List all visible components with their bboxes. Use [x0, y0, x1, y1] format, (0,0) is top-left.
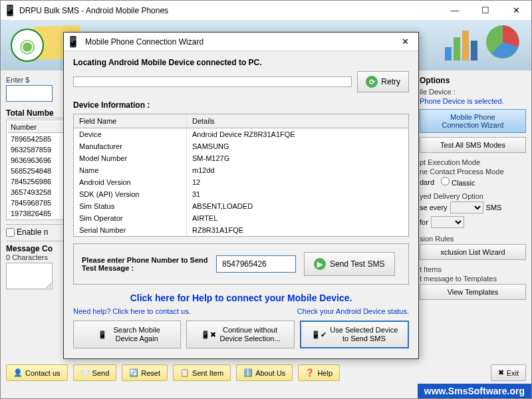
send-test-sms-button[interactable]: ▶ Send Test SMS: [304, 252, 395, 276]
radio-standard[interactable]: dard: [420, 178, 434, 186]
message-textarea[interactable]: [6, 263, 53, 289]
main-title: DRPU Bulk SMS - Android Mobile Phones: [19, 6, 440, 15]
svg-rect-1: [454, 37, 460, 61]
device-info-row: Model NumberSM-M127G: [74, 152, 408, 164]
dialog-body: Locating Android Mobile Device connected…: [64, 51, 418, 355]
phone-x-icon: 📱✖: [200, 327, 216, 342]
pie-chart-icon: [485, 24, 521, 61]
progress-bar: [73, 76, 352, 87]
help-link[interactable]: Click here for Help to connect your Mobi…: [73, 293, 409, 303]
close-button[interactable]: ✕: [501, 1, 531, 21]
device-info-row: DeviceAndroid Device RZ8R31A1FQE: [74, 128, 408, 140]
device-info-row: Sim StatusABSENT,LOADED: [74, 200, 408, 212]
exit-button[interactable]: ✖Exit: [491, 364, 526, 381]
retry-button[interactable]: ⟳ Retry: [357, 71, 409, 92]
col-field-name[interactable]: Field Name: [74, 114, 187, 128]
for-select[interactable]: [431, 216, 464, 228]
help-button[interactable]: ❓Help: [298, 364, 340, 381]
reset-button[interactable]: 🔄Reset: [122, 364, 168, 381]
device-info-row: Sim OperatorAIRTEL: [74, 212, 408, 224]
device-info-table: Field Name Details DeviceAndroid Device …: [73, 114, 409, 237]
svg-rect-0: [445, 47, 452, 61]
device-info-row: ManufacturerSAMSUNG: [74, 140, 408, 152]
use-selected-button[interactable]: 📱✔ Use Selected Device to Send SMS: [300, 321, 409, 348]
device-info-label: Device Information :: [73, 100, 409, 110]
ile-device-label: ile Device :: [420, 88, 526, 96]
connection-wizard-button[interactable]: Mobile Phone Connection Wizard: [420, 109, 526, 133]
reset-icon: 🔄: [129, 368, 138, 377]
refresh-icon: ⟳: [366, 76, 378, 88]
delayed-label: yed Delivery Option: [420, 192, 526, 200]
exit-icon: ✖: [498, 368, 504, 377]
svg-rect-2: [462, 31, 469, 61]
help-icon: ❓: [305, 368, 315, 377]
need-help-link[interactable]: Need help? Click here to contact us.: [73, 307, 191, 315]
templates-label: t message to Templates: [420, 275, 526, 283]
continue-without-button[interactable]: 📱✖ Continue without Device Selection...: [186, 321, 294, 348]
view-templates-button[interactable]: View Templates: [420, 284, 526, 300]
about-us-button[interactable]: ℹ️About Us: [236, 364, 293, 381]
dialog-titlebar: 📱 Mobile Phone Connection Wizard ✕: [64, 33, 418, 51]
bottom-toolbar: 👤Contact us 📨Send 🔄Reset 📋Sent Item ℹ️Ab…: [6, 364, 526, 381]
search-again-button[interactable]: 📱 Search Mobile Device Again: [73, 321, 181, 348]
right-panel: Options ile Device : Phone Device is sel…: [420, 76, 526, 368]
se-every-row: se every SMS: [420, 201, 526, 213]
test-label: Please enter Phone Number to Send Test M…: [82, 256, 208, 272]
dialog-close-button[interactable]: ✕: [392, 37, 418, 47]
info-icon: ℹ️: [243, 368, 253, 377]
dialog-icon: 📱: [68, 37, 78, 47]
test-all-sms-button[interactable]: Test All SMS Modes: [420, 137, 526, 153]
exec-mode-label: pt Execution Mode: [420, 158, 526, 166]
device-info-row: Android Version12: [74, 176, 408, 188]
url-bar: www.SmsSoftware.org: [418, 384, 531, 398]
main-titlebar: 📱 DRPU Bulk SMS - Android Mobile Phones …: [1, 1, 531, 21]
items-label: t Items: [420, 265, 526, 273]
maximize-button[interactable]: ☐: [470, 1, 501, 21]
radio-classic[interactable]: Classic: [441, 177, 475, 187]
device-info-row: Namem12dd: [74, 164, 408, 176]
phone-check-icon: 📱✔: [311, 327, 327, 342]
enter-input[interactable]: [6, 85, 53, 102]
phone-search-icon: 📱: [94, 327, 110, 342]
enable-checkbox[interactable]: [6, 228, 15, 237]
process-mode-label: ne Contact Process Mode: [420, 168, 526, 176]
col-details[interactable]: Details: [187, 114, 408, 128]
send-icon: 📨: [80, 368, 90, 377]
bar-chart-icon: [442, 24, 481, 64]
minimize-button[interactable]: —: [440, 1, 470, 21]
send-button[interactable]: 📨Send: [73, 364, 117, 381]
dialog-heading: Locating Android Mobile Device connected…: [73, 58, 409, 67]
options-title: Options: [420, 76, 526, 85]
svg-rect-3: [471, 41, 477, 61]
play-icon: ▶: [314, 258, 326, 270]
sent-item-button[interactable]: 📋Sent Item: [173, 364, 231, 381]
test-phone-input[interactable]: [216, 255, 296, 273]
test-sms-box: Please enter Phone Number to Send Test M…: [73, 243, 409, 285]
mode-radio-row: dard Classic: [420, 177, 526, 187]
app-icon: 📱: [5, 5, 15, 16]
banner-charts: [442, 24, 521, 64]
progress-row: ⟳ Retry: [73, 71, 409, 92]
connection-wizard-dialog: 📱 Mobile Phone Connection Wizard ✕ Locat…: [63, 32, 419, 359]
action-row: 📱 Search Mobile Device Again 📱✖ Continue…: [73, 321, 409, 348]
dialog-title: Mobile Phone Connection Wizard: [82, 37, 392, 47]
contact-us-button[interactable]: 👤Contact us: [6, 364, 68, 381]
rules-label: sion Rules: [420, 235, 526, 243]
person-icon: 👤: [13, 368, 23, 377]
for-row: for: [420, 216, 526, 228]
sub-links: Need help? Click here to contact us. Che…: [73, 307, 409, 315]
sent-icon: 📋: [180, 368, 190, 377]
check-status-link[interactable]: Check your Android Device status.: [297, 307, 409, 315]
android-icon: ◉: [11, 29, 44, 62]
device-info-row: Serial NumberRZ8R31A1FQE: [74, 224, 408, 236]
exclusion-wizard-button[interactable]: xclusion List Wizard: [420, 244, 526, 260]
device-selected-msg: Phone Device is selected.: [420, 97, 526, 105]
device-info-row: SDK (API) Version31: [74, 188, 408, 200]
every-select[interactable]: [450, 201, 483, 213]
